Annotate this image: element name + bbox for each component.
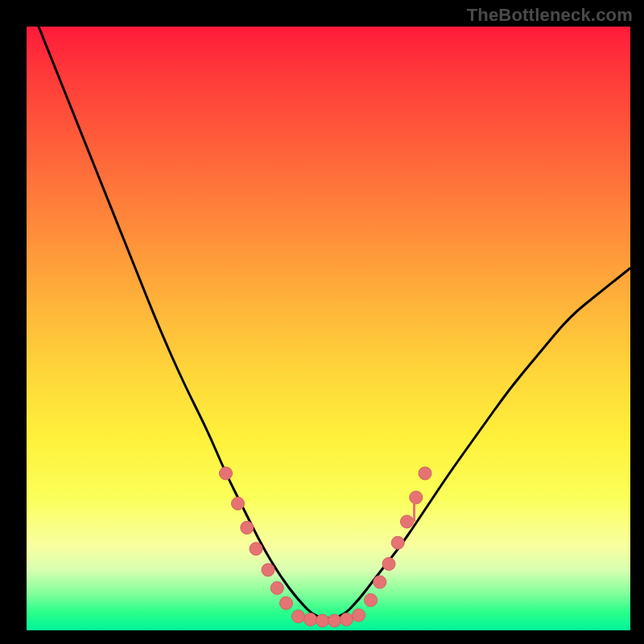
chart-frame: TheBottleneck.com (0, 0, 644, 644)
curve-marker (250, 543, 262, 555)
watermark-text: TheBottleneck.com (467, 5, 633, 26)
curve-marker (328, 614, 341, 627)
bottleneck-curve (39, 27, 630, 618)
curve-marker (353, 609, 365, 621)
curve-marker (280, 597, 293, 609)
chart-plot-area (27, 27, 630, 630)
curve-marker (382, 558, 395, 571)
curve-marker (419, 467, 431, 480)
curve-marker (391, 536, 404, 549)
curve-markers (220, 467, 432, 627)
curve-marker (341, 613, 353, 626)
curve-marker (365, 594, 378, 607)
curve-marker (270, 582, 283, 595)
curve-marker (292, 610, 305, 623)
chart-svg (27, 27, 630, 630)
curve-marker (410, 491, 423, 504)
curve-marker (316, 614, 329, 627)
curve-marker (374, 576, 386, 588)
curve-marker (241, 522, 254, 535)
curve-marker (232, 497, 245, 510)
curve-marker (262, 564, 275, 576)
curve-marker (304, 613, 317, 626)
curve-marker (220, 467, 233, 480)
curve-marker (401, 515, 414, 528)
